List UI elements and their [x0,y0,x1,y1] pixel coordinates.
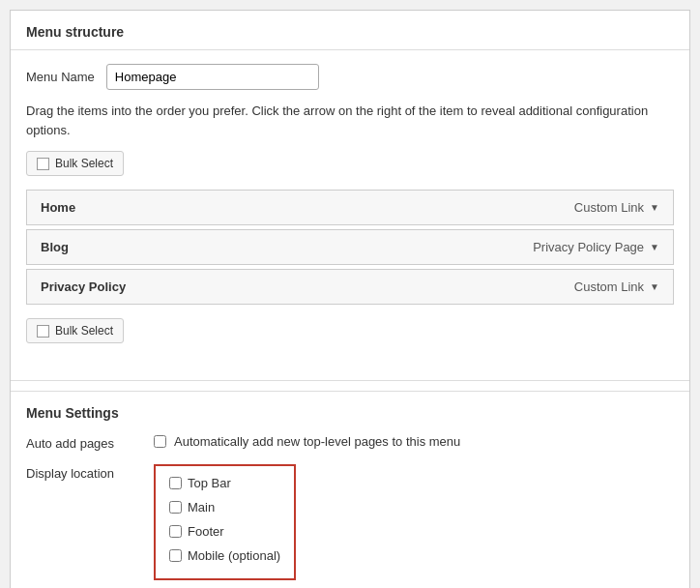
menu-name-input[interactable] [106,64,319,90]
location-main-checkbox[interactable] [169,501,182,514]
menu-item-home[interactable]: Home Custom Link ▼ [26,190,674,225]
menu-item-home-label: Home [41,200,75,215]
location-top-bar-checkbox[interactable] [169,477,182,489]
display-location-row: Display location Top Bar Main Footer Mob… [26,464,674,580]
bulk-select-checkbox-bottom [37,325,49,338]
auto-add-pages-checkbox[interactable] [154,435,166,448]
location-top-bar: Top Bar [169,476,280,490]
display-location-box: Top Bar Main Footer Mobile (optional) [154,464,296,580]
auto-add-pages-checkbox-label: Automatically add new top-level pages to… [174,434,460,449]
location-main: Main [169,500,280,514]
menu-items-list: Home Custom Link ▼ Blog Privacy Policy P… [26,190,674,305]
bulk-select-button-bottom[interactable]: Bulk Select [26,318,124,343]
section-title: Menu structure [11,11,689,50]
chevron-down-icon-privacy[interactable]: ▼ [650,281,659,292]
bulk-select-button-top[interactable]: Bulk Select [26,151,124,176]
section-body: Menu Name Drag the items into the order … [11,50,689,370]
menu-item-privacy-label: Privacy Policy [41,279,126,294]
menu-item-blog-type: Privacy Policy Page [533,240,644,254]
menu-item-privacy-right: Custom Link ▼ [574,279,659,294]
bulk-select-checkbox-top [37,158,49,170]
menu-settings-title: Menu Settings [11,391,689,430]
menu-item-blog-right: Privacy Policy Page ▼ [533,240,659,254]
chevron-down-icon-home[interactable]: ▼ [650,202,659,213]
menu-item-blog-label: Blog [41,240,69,254]
display-location-label: Display location [26,464,142,481]
auto-add-pages-content: Automatically add new top-level pages to… [154,434,460,449]
menu-item-home-right: Custom Link ▼ [574,200,659,215]
section-divider [11,380,689,381]
auto-add-pages-label: Auto add pages [26,434,142,451]
location-footer-label: Footer [188,524,224,539]
menu-name-row: Menu Name [26,64,674,90]
menu-name-label: Menu Name [26,70,95,84]
menu-item-privacy-type: Custom Link [574,279,644,294]
auto-add-pages-row: Auto add pages Automatically add new top… [26,434,674,451]
location-mobile-label: Mobile (optional) [188,548,280,563]
bulk-select-label-bottom: Bulk Select [55,324,113,338]
location-mobile: Mobile (optional) [169,548,280,563]
menu-item-blog[interactable]: Blog Privacy Policy Page ▼ [26,229,674,265]
instructions-text: Drag the items into the order you prefer… [26,102,674,139]
location-main-label: Main [188,500,215,514]
location-footer-checkbox[interactable] [169,525,182,538]
chevron-down-icon-blog[interactable]: ▼ [650,242,659,252]
menu-structure-panel: Menu structure Menu Name Drag the items … [10,10,690,588]
location-mobile-checkbox[interactable] [169,549,182,562]
location-footer: Footer [169,524,280,539]
location-top-bar-label: Top Bar [188,476,231,490]
settings-body: Auto add pages Automatically add new top… [11,430,689,588]
menu-item-home-type: Custom Link [574,200,644,215]
menu-item-privacy[interactable]: Privacy Policy Custom Link ▼ [26,269,674,305]
bulk-select-label-top: Bulk Select [55,157,113,170]
